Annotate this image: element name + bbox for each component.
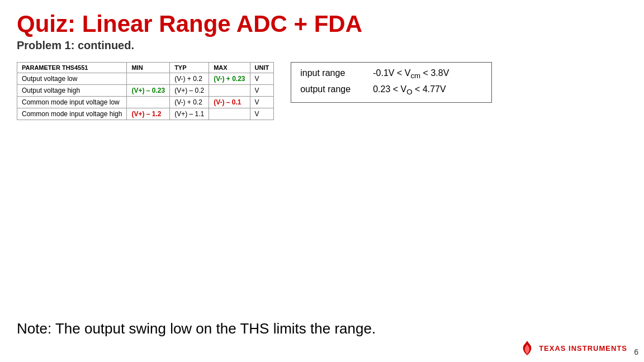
cell-typ: (V-) + 0.2 — [170, 97, 209, 108]
table-row: Common mode input voltage low (V-) + 0.2… — [17, 97, 274, 108]
output-range-value: 0.23 < VO < 4.77V — [373, 84, 446, 96]
table-row: Common mode input voltage high (V+) – 1.… — [17, 108, 274, 120]
cell-min — [127, 73, 170, 85]
cell-max: (V-) + 0.23 — [209, 73, 250, 85]
cell-parameter: Output voltage low — [17, 73, 127, 85]
cell-min — [127, 97, 170, 108]
cell-min: (V+) – 1.2 — [127, 108, 170, 120]
param-table: PARAMETER THS4551 MIN TYP MAX UNIT Outpu… — [17, 62, 274, 120]
content-row: PARAMETER THS4551 MIN TYP MAX UNIT Outpu… — [17, 62, 627, 120]
main-title: Quiz: Linear Range ADC + FDA — [17, 11, 627, 37]
input-range-value: -0.1V < Vcm < 3.8V — [373, 68, 449, 80]
cell-typ: (V+) – 0.2 — [170, 85, 209, 97]
cell-max — [209, 108, 250, 120]
cell-parameter: Common mode input voltage high — [17, 108, 127, 120]
cell-max: (V-) – 0.1 — [209, 97, 250, 108]
info-box: input range -0.1V < Vcm < 3.8V output ra… — [291, 62, 492, 102]
col-header-unit: UNIT — [250, 63, 274, 73]
ti-brand-name: TEXAS INSTRUMENTS — [539, 344, 627, 353]
input-range-row: input range -0.1V < Vcm < 3.8V — [300, 68, 482, 80]
cell-unit: V — [250, 73, 274, 85]
cell-unit: V — [250, 97, 274, 108]
vo-subscript: O — [406, 88, 412, 97]
page-number: 6 — [634, 347, 638, 356]
cell-unit: V — [250, 108, 274, 120]
output-range-label: output range — [300, 84, 362, 94]
output-range-row: output range 0.23 < VO < 4.77V — [300, 84, 482, 96]
cell-max — [209, 85, 250, 97]
input-range-label: input range — [300, 68, 362, 78]
col-header-parameter: PARAMETER THS4551 — [17, 63, 127, 73]
note-text: Note: The output swing low on the THS li… — [17, 320, 376, 337]
cell-min: (V+) – 0.23 — [127, 85, 170, 97]
cell-parameter: Output voltage high — [17, 85, 127, 97]
table-row: Output voltage low (V-) + 0.2 (V-) + 0.2… — [17, 73, 274, 85]
ti-logo-icon — [519, 340, 536, 356]
sub-title: Problem 1: continued. — [17, 39, 627, 52]
col-header-typ: TYP — [170, 63, 209, 73]
page-container: Quiz: Linear Range ADC + FDA Problem 1: … — [0, 0, 644, 362]
cell-typ: (V-) + 0.2 — [170, 73, 209, 85]
table-row: Output voltage high (V+) – 0.23 (V+) – 0… — [17, 85, 274, 97]
ti-brand: TEXAS INSTRUMENTS — [519, 340, 627, 356]
col-header-min: MIN — [127, 63, 170, 73]
cell-typ: (V+) – 1.1 — [170, 108, 209, 120]
col-header-max: MAX — [209, 63, 250, 73]
cell-parameter: Common mode input voltage low — [17, 97, 127, 108]
vcm-subscript: cm — [410, 72, 420, 80]
cell-unit: V — [250, 85, 274, 97]
